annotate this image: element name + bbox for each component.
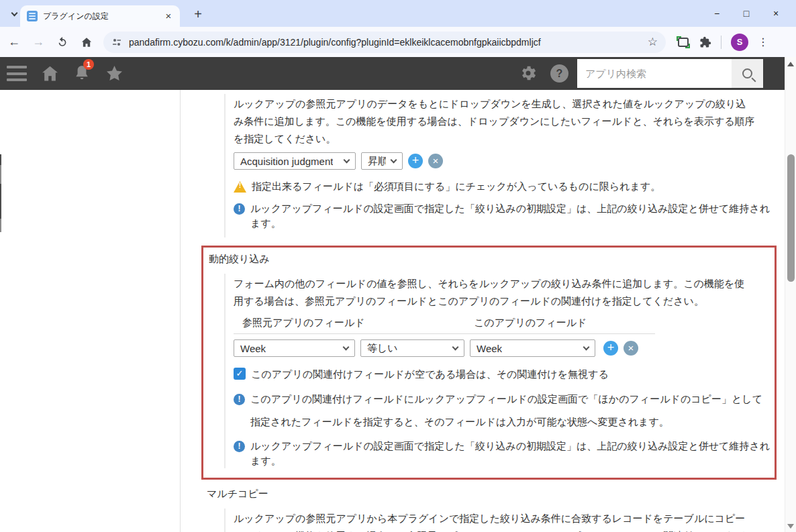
extensions-icon[interactable] [699, 36, 711, 48]
gear-icon [519, 64, 538, 83]
chevron-down-icon [583, 344, 590, 351]
dynamic-filter-body: フォーム内の他のフィールドの値を参照し、それらをルックアップの絞り込み条件に追加… [224, 274, 768, 468]
dynamic-filter-section: 動的絞り込み フォーム内の他のフィールドの値を参照し、それらをルックアップの絞り… [201, 246, 777, 480]
select-value: 等しい [367, 342, 398, 355]
remove-row-button[interactable]: × [428, 154, 443, 168]
select-value: Week [477, 343, 502, 354]
target-field-header: このアプリのフィールド [474, 317, 587, 329]
chevron-down-icon [452, 344, 459, 351]
operator-select[interactable]: 等しい [360, 339, 464, 357]
browser-menu-icon[interactable]: ⋮ [758, 36, 768, 48]
lookup-warning-note: 指定出来るフィールドは「必須項目にする」にチェックが入っているものに限られます。 [234, 179, 770, 194]
kintone-favicon [27, 11, 38, 21]
info-text: ルックアップフィールドの設定画面で指定した「絞り込みの初期設定」は、上記の絞り込… [250, 201, 770, 231]
plugin-config-content: ルックアップの参照元アプリのデータをもとにドロップダウンを生成し、選択された値を… [180, 90, 785, 532]
dynamic-filter-info-note-2: ! ルックアップフィールドの設定画面で指定した「絞り込みの初期設定」は、上記の絞… [234, 439, 770, 468]
multicopy-description: ルックアップの参照元アプリから本プラグインで指定した絞り込み条件に合致するレコー… [234, 510, 752, 532]
tab-capture-icon[interactable] [678, 38, 689, 47]
tab-close-icon[interactable]: × [162, 10, 175, 22]
select-value: Week [240, 343, 266, 354]
chevron-down-icon [11, 10, 17, 17]
info-icon: ! [234, 394, 245, 405]
warning-icon [234, 181, 246, 193]
reload-icon [56, 36, 69, 49]
checkbox-checked[interactable] [234, 368, 246, 380]
source-field-header: 参照元アプリのフィールド [242, 317, 474, 329]
info-text: ルックアップフィールドの設定画面で指定した「絞り込みの初期設定」は、上記の絞り込… [250, 439, 770, 468]
add-row-button[interactable]: + [408, 154, 423, 168]
forward-button: → [28, 32, 48, 52]
portal-home-button[interactable] [40, 64, 60, 86]
favorites-button[interactable] [105, 64, 124, 86]
browser-toolbar: ← → pandafirm.cybozu.com/k/admin/app/312… [0, 27, 796, 57]
search-icon [742, 68, 752, 78]
lookup-section: ルックアップの参照元アプリのデータをもとにドロップダウンを生成し、選択された値を… [224, 94, 785, 237]
multicopy-section: ルックアップの参照元アプリから本プラグインで指定した絞り込み条件に合致するレコー… [224, 509, 785, 532]
lookup-control-row: Acquisition judgment 昇順 + × [234, 152, 785, 170]
source-field-select[interactable]: Week [234, 339, 355, 357]
section-title: マルチコピー [207, 488, 785, 500]
field-mapping-header: 参照元アプリのフィールド このアプリのフィールド [234, 315, 655, 334]
window-maximize-button[interactable]: □ [732, 8, 761, 19]
url-bar[interactable]: pandafirm.cybozu.com/k/admin/app/3121/pl… [103, 32, 666, 53]
dynamic-filter-description: フォーム内の他のフィールドの値を参照し、それらをルックアップの絞り込み条件に追加… [234, 275, 752, 310]
app-search-input[interactable] [577, 59, 732, 88]
target-field-select[interactable]: Week [470, 339, 595, 357]
warning-text: 指定出来るフィールドは「必須項目にする」にチェックが入っているものに限られます。 [252, 179, 660, 194]
chevron-down-icon [344, 157, 350, 164]
left-edge-strip [0, 219, 1, 232]
star-icon [105, 64, 124, 83]
settings-button[interactable] [519, 64, 538, 85]
scroll-up-icon[interactable] [787, 62, 794, 66]
select-value: Acquisition judgment [240, 156, 333, 167]
ignore-empty-option: このアプリの関連付けフィールドが空である場合は、その関連付けを無視する [234, 368, 768, 381]
section-title: 動的絞り込み [209, 253, 768, 266]
tab-title: プラグインの設定 [43, 11, 162, 22]
app-header: 1 ? [0, 57, 796, 90]
new-tab-button[interactable]: + [189, 6, 207, 23]
left-edge-strip [0, 154, 1, 165]
lookup-info-note: ! ルックアップフィールドの設定画面で指定した「絞り込みの初期設定」は、上記の絞… [234, 201, 770, 231]
chevron-down-icon [343, 344, 350, 351]
reload-button[interactable] [52, 32, 72, 52]
window-close-button[interactable]: × [761, 8, 791, 19]
info-icon: ! [234, 441, 245, 452]
home-icon [80, 36, 93, 49]
tab-search-button[interactable] [7, 7, 21, 21]
left-edge-strip [0, 165, 1, 184]
browser-titlebar: プラグインの設定 × + − □ × [0, 0, 796, 27]
site-controls-icon[interactable] [111, 37, 122, 48]
notifications-button[interactable]: 1 [72, 64, 91, 85]
dynamic-filter-row: Week 等しい Week + × [234, 339, 768, 357]
add-row-button[interactable]: + [603, 341, 618, 356]
remove-row-button[interactable]: × [624, 341, 638, 356]
browser-tab[interactable]: プラグインの設定 × [20, 5, 180, 27]
profile-avatar[interactable]: S [731, 34, 748, 51]
checkbox-label: このアプリの関連付けフィールドが空である場合は、その関連付けを無視する [251, 368, 609, 381]
notification-badge: 1 [83, 59, 94, 70]
info-icon: ! [234, 203, 245, 215]
home-icon [40, 64, 60, 83]
chevron-down-icon [391, 157, 397, 164]
toolbar-divider [721, 36, 722, 49]
hamburger-menu-icon[interactable] [7, 66, 27, 81]
scrollbar-thumb[interactable] [787, 154, 795, 282]
left-edge-strip [0, 184, 1, 219]
home-button[interactable] [77, 32, 97, 52]
url-text[interactable]: pandafirm.cybozu.com/k/admin/app/3121/pl… [129, 37, 646, 48]
select-value: 昇順 [368, 155, 386, 168]
page-scrollbar[interactable] [785, 57, 796, 532]
back-button[interactable]: ← [4, 32, 24, 52]
dynamic-filter-info-note-1: ! このアプリの関連付けフィールドにルックアップフィールドの設定画面で「ほかのフ… [234, 388, 764, 433]
window-controls: − □ × [702, 0, 791, 27]
lookup-order-select[interactable]: 昇順 [361, 152, 403, 170]
app-search-button[interactable] [732, 59, 763, 88]
help-button[interactable]: ? [550, 64, 568, 83]
lookup-field-select[interactable]: Acquisition judgment [234, 152, 356, 170]
info-text: このアプリの関連付けフィールドにルックアップフィールドの設定画面で「ほかのフィー… [250, 388, 764, 433]
window-minimize-button[interactable]: − [702, 8, 732, 19]
bookmark-star-icon[interactable]: ☆ [646, 35, 659, 49]
lookup-description: ルックアップの参照元アプリのデータをもとにドロップダウンを生成し、選択された値を… [234, 95, 756, 148]
scroll-down-icon[interactable] [787, 524, 794, 529]
